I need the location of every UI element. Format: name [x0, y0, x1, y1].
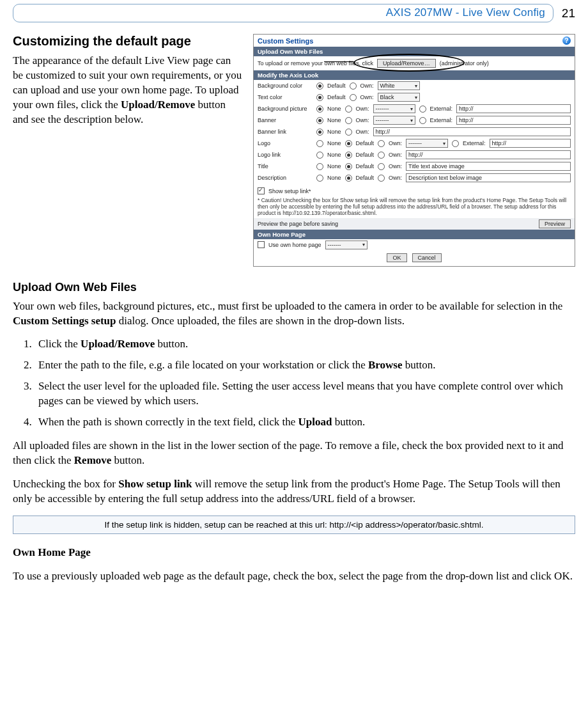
radio-default[interactable] [345, 175, 352, 182]
radio-own[interactable] [350, 94, 357, 101]
para-own-home-page: To use a previously uploaded web page as… [13, 569, 575, 584]
ok-button[interactable]: OK [387, 253, 406, 262]
radio-own[interactable] [345, 129, 352, 136]
upload-steps-list: Click the Upload/Remove button. Enter th… [35, 337, 575, 430]
radio-none[interactable] [316, 117, 323, 124]
admin-only-label: (administrator only) [440, 60, 489, 67]
label-bgpic: Background picture [258, 106, 313, 112]
custom-settings-screenshot: Custom Settings ? Upload Own Web Files T… [253, 34, 575, 267]
label-bgcolor: Background color [258, 83, 313, 89]
radio-own[interactable] [345, 117, 352, 124]
radio-none[interactable] [316, 163, 323, 170]
input-bgpic-url[interactable]: http:// [456, 104, 571, 113]
radio-own[interactable] [378, 175, 385, 182]
radio-own[interactable] [378, 163, 385, 170]
preview-button[interactable]: Preview [539, 219, 571, 228]
note-setup-url: If the setup link is hidden, setup can b… [13, 516, 575, 534]
radio-default[interactable] [316, 94, 323, 101]
checkbox-use-own-home[interactable] [258, 241, 265, 248]
page-number: 21 [560, 6, 575, 20]
cancel-button[interactable]: Cancel [412, 253, 442, 262]
select-bgcolor[interactable]: White [378, 81, 420, 90]
label-show-setup: Show setup link* [268, 188, 311, 194]
input-banner-url[interactable]: http:// [456, 116, 571, 125]
label-textcolor: Text color [258, 94, 313, 100]
upload-remove-button[interactable]: Upload/Remove… [377, 59, 436, 68]
page-header: AXIS 207MW - Live View Config 21 [13, 0, 575, 22]
list-item: Click the Upload/Remove button. [35, 337, 575, 352]
callout-line [324, 61, 355, 62]
label-use-own-home: Use own home page [268, 242, 321, 248]
upload-remove-ref: Upload/Remove [121, 98, 195, 111]
para-uncheck: Unchecking the box for Show setup link w… [13, 477, 575, 507]
radio-own[interactable] [345, 106, 352, 113]
radio-own[interactable] [378, 152, 385, 159]
checkbox-show-setup[interactable] [258, 187, 265, 194]
list-item: When the path is shown correctly in the … [35, 415, 575, 430]
radio-none[interactable] [316, 152, 323, 159]
radio-none[interactable] [316, 140, 323, 147]
list-item: Select the user level for the uploaded f… [35, 379, 575, 409]
bar-modify: Modify the Axis Look [254, 70, 575, 80]
label-title: Title [258, 163, 313, 169]
select-own-home[interactable]: ------- [325, 240, 368, 249]
bar-own-home: Own Home Page [254, 230, 575, 239]
para-customizing: The appearance of the default Live View … [13, 54, 243, 127]
input-title[interactable]: Title text above image [406, 162, 571, 171]
label-logolink: Logo link [258, 152, 313, 158]
radio-external[interactable] [419, 117, 426, 124]
radio-default[interactable] [345, 140, 352, 147]
radio-none[interactable] [316, 106, 323, 113]
heading-upload-own: Upload Own Web Files [13, 281, 575, 294]
header-title: AXIS 207MW - Live View Config [13, 4, 553, 22]
heading-customizing: Customizing the default page [13, 34, 243, 49]
input-logo-url[interactable]: http:// [490, 139, 571, 148]
radio-own[interactable] [378, 140, 385, 147]
preview-label: Preview the page before saving [258, 221, 535, 227]
radio-none[interactable] [316, 129, 323, 136]
label-bannerlink: Banner link [258, 129, 313, 135]
select-logo[interactable]: ------- [406, 139, 448, 148]
input-logolink[interactable]: http:// [406, 150, 571, 159]
upload-text: To upload or remove your own web files, … [258, 60, 373, 67]
panel-title: Custom Settings [258, 37, 313, 45]
input-bannerlink[interactable]: http:// [373, 127, 571, 136]
label-desc: Description [258, 175, 313, 181]
bar-upload-own: Upload Own Web Files [254, 47, 575, 56]
input-desc[interactable]: Description text below image [406, 173, 571, 182]
radio-external[interactable] [419, 106, 426, 113]
select-textcolor[interactable]: Black [378, 93, 420, 102]
radio-default[interactable] [316, 83, 323, 90]
select-banner[interactable]: ------- [373, 116, 415, 125]
radio-own[interactable] [350, 83, 357, 90]
radio-default[interactable] [345, 152, 352, 159]
para-after-upload: All uploaded files are shown in the list… [13, 439, 575, 468]
list-item: Enter the path to the file, e.g. a file … [35, 358, 575, 373]
para-upload-intro: Your own web files, background pictures,… [13, 299, 575, 329]
radio-none[interactable] [316, 175, 323, 182]
radio-default[interactable] [345, 163, 352, 170]
select-bgpic[interactable]: ------- [373, 104, 415, 113]
caution-text: * Caution! Unchecking the box for Show s… [254, 196, 575, 218]
help-icon[interactable]: ? [562, 36, 571, 45]
heading-own-home-page: Own Home Page [13, 546, 575, 560]
label-logo: Logo [258, 140, 313, 146]
radio-external[interactable] [452, 140, 459, 147]
label-banner: Banner [258, 117, 313, 123]
